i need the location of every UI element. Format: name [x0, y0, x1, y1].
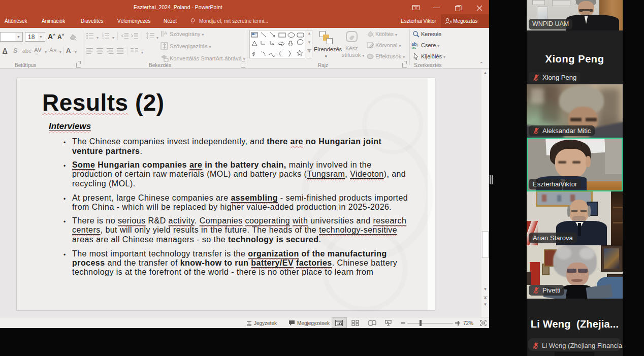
svg-text:ac: ac — [412, 45, 416, 49]
svg-text:A: A — [164, 30, 167, 36]
svg-text:3: 3 — [102, 37, 104, 40]
